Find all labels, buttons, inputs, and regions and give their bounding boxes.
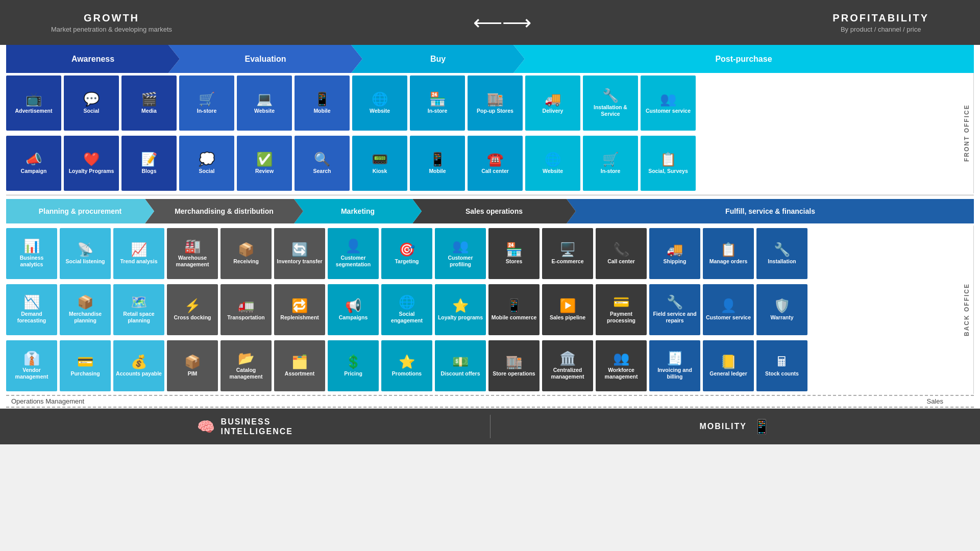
tile-warehouse-mgmt[interactable]: 🏭 Warehouse management bbox=[167, 228, 218, 279]
tile-targeting[interactable]: 🎯 Targeting bbox=[381, 228, 432, 279]
tile-retail-space-planning[interactable]: 🗺️ Retail space planning bbox=[113, 284, 164, 335]
installation-back-label: Installation bbox=[768, 258, 796, 265]
tile-store-operations[interactable]: 🏬 Store operations bbox=[488, 340, 540, 391]
tile-campaigns[interactable]: 📢 Campaigns bbox=[328, 284, 379, 335]
tile-shipping[interactable]: 🚚 Shipping bbox=[649, 228, 700, 279]
tile-social-engagement[interactable]: 🌐 Social engagement bbox=[381, 284, 432, 335]
loyalty-programs-icon: ❤️ bbox=[83, 153, 100, 166]
tile-merchandise-planning[interactable]: 📦 Merchandise planning bbox=[60, 284, 111, 335]
discount-offers-label: Discount offers bbox=[440, 370, 480, 377]
inventory-transfer-icon: 🔄 bbox=[291, 243, 308, 256]
tile-social-awareness[interactable]: 💬 Social bbox=[64, 76, 119, 131]
tile-popup-stores[interactable]: 🏬 Pop-up Stores bbox=[468, 76, 523, 131]
tile-warranty[interactable]: 🛡️ Warranty bbox=[756, 284, 807, 335]
tile-pricing[interactable]: 💲 Pricing bbox=[328, 340, 379, 391]
tile-discount-offers[interactable]: 💵 Discount offers bbox=[435, 340, 486, 391]
campaigns-icon: 📢 bbox=[345, 299, 361, 312]
tile-ecommerce[interactable]: 🖥️ E-commerce bbox=[542, 228, 593, 279]
popup-stores-icon: 🏬 bbox=[487, 92, 503, 106]
tile-website-eval[interactable]: 💻 Website bbox=[237, 76, 292, 131]
tile-mobile-eval[interactable]: 📱 Mobile bbox=[295, 76, 350, 131]
vendor-mgmt-icon: 👔 bbox=[23, 352, 40, 365]
tile-customer-service-back[interactable]: 👤 Customer service bbox=[703, 284, 754, 335]
customer-service-front-label: Customer service bbox=[646, 108, 691, 114]
tile-instore-post[interactable]: 🛒 In-store bbox=[583, 136, 638, 191]
tile-social-listening[interactable]: 📡 Social listening bbox=[60, 228, 111, 279]
tile-blogs[interactable]: 📝 Blogs bbox=[121, 136, 177, 191]
search-icon: 🔍 bbox=[314, 153, 330, 166]
tile-instore-buy[interactable]: 🏪 In-store bbox=[410, 76, 465, 131]
tile-transportation[interactable]: 🚛 Transportation bbox=[220, 284, 272, 335]
tile-review[interactable]: ✅ Review bbox=[237, 136, 292, 191]
back-tiles-main: 📊 Business analytics 📡 Social listening … bbox=[6, 226, 958, 394]
back-office-area: 📊 Business analytics 📡 Social listening … bbox=[6, 226, 974, 394]
tile-social-surveys[interactable]: 📋 Social, Surveys bbox=[641, 136, 696, 191]
tile-catalog-mgmt[interactable]: 📂 Catalog management bbox=[220, 340, 272, 391]
tile-mobile-buy[interactable]: 📱 Mobile bbox=[410, 136, 465, 191]
trend-analysis-icon: 📈 bbox=[131, 243, 147, 256]
tile-kiosk[interactable]: 📟 Kiosk bbox=[352, 136, 407, 191]
tile-assortment[interactable]: 🗂️ Assortment bbox=[274, 340, 325, 391]
back-phase-merch-label: Merchandising & distribution bbox=[175, 207, 274, 215]
tile-cross-docking[interactable]: ⚡ Cross docking bbox=[167, 284, 218, 335]
warranty-label: Warranty bbox=[770, 314, 793, 321]
tile-field-service-repairs[interactable]: 🔧 Field service and repairs bbox=[649, 284, 700, 335]
tile-vendor-mgmt[interactable]: 👔 Vendor management bbox=[6, 340, 57, 391]
kiosk-icon: 📟 bbox=[372, 153, 388, 166]
tile-mobile-commerce[interactable]: 📱 Mobile commerce bbox=[488, 284, 540, 335]
tile-general-ledger[interactable]: 📒 General ledger bbox=[703, 340, 754, 391]
tile-loyalty-programs-back[interactable]: ⭐ Loyalty programs bbox=[435, 284, 486, 335]
tile-sales-pipeline[interactable]: ▶️ Sales pipeline bbox=[542, 284, 593, 335]
tile-instore-eval[interactable]: 🛒 In-store bbox=[179, 76, 234, 131]
social-listening-icon: 📡 bbox=[77, 243, 93, 256]
tile-website-buy[interactable]: 🌐 Website bbox=[352, 76, 407, 131]
back-row-3: 👔 Vendor management 💳 Purchasing 💰 Accou… bbox=[6, 338, 958, 394]
tile-centralized-mgmt[interactable]: 🏛️ Centralized management bbox=[542, 340, 593, 391]
website-buy-label: Website bbox=[370, 108, 390, 114]
tile-customer-segmentation[interactable]: 👤 Customer segmentation bbox=[328, 228, 379, 279]
demand-forecasting-label: Demand forecasting bbox=[9, 311, 55, 323]
centralized-mgmt-icon: 🏛️ bbox=[559, 352, 576, 365]
tile-purchasing[interactable]: 💳 Purchasing bbox=[60, 340, 111, 391]
merchandise-planning-label: Merchandise planning bbox=[62, 311, 108, 323]
customer-profiling-icon: 👥 bbox=[452, 239, 469, 253]
header-profit-sub: By product / channel / price bbox=[832, 26, 929, 33]
tile-inventory-transfer[interactable]: 🔄 Inventory transfer bbox=[274, 228, 325, 279]
front-phase-row: Awareness Evaluation Buy Post-purchase bbox=[6, 45, 974, 73]
phase-postpurchase-label: Post-purchase bbox=[715, 55, 772, 64]
tile-payment-processing[interactable]: 💳 Payment processing bbox=[596, 284, 647, 335]
promotions-icon: ⭐ bbox=[399, 355, 415, 368]
tile-demand-forecasting[interactable]: 📉 Demand forecasting bbox=[6, 284, 57, 335]
tile-replenishment[interactable]: 🔁 Replenishment bbox=[274, 284, 325, 335]
tile-stores[interactable]: 🏪 Stores bbox=[488, 228, 540, 279]
tile-media[interactable]: 🎬 Media bbox=[121, 76, 177, 131]
loyalty-programs-back-label: Loyalty programs bbox=[438, 314, 483, 321]
tile-manage-orders[interactable]: 📋 Manage orders bbox=[703, 228, 754, 279]
tile-installation-service[interactable]: 🔧 Installation & Service bbox=[583, 76, 638, 131]
tile-website-post[interactable]: 🌐 Website bbox=[525, 136, 580, 191]
back-row-2: 📉 Demand forecasting 📦 Merchandise plann… bbox=[6, 282, 958, 338]
tile-pim[interactable]: 📦 PIM bbox=[167, 340, 218, 391]
tile-loyalty-programs[interactable]: ❤️ Loyalty Programs bbox=[64, 136, 119, 191]
tile-accounts-payable[interactable]: 💰 Accounts payable bbox=[113, 340, 164, 391]
tile-advertisement[interactable]: 📺 Advertisement bbox=[6, 76, 61, 131]
tile-installation-back[interactable]: 🔧 Installation bbox=[756, 228, 807, 279]
tile-stock-counts[interactable]: 🖩 Stock counts bbox=[756, 340, 807, 391]
accounts-payable-icon: 💰 bbox=[131, 355, 147, 368]
tile-promotions[interactable]: ⭐ Promotions bbox=[381, 340, 432, 391]
tile-call-center-buy[interactable]: ☎️ Call center bbox=[468, 136, 523, 191]
tile-invoicing-billing[interactable]: 🧾 Invoicing and billing bbox=[649, 340, 700, 391]
tile-campaign[interactable]: 📣 Campaign bbox=[6, 136, 61, 191]
tile-search[interactable]: 🔍 Search bbox=[295, 136, 350, 191]
tile-workforce-mgmt[interactable]: 👥 Workforce management bbox=[596, 340, 647, 391]
tile-call-center-sales[interactable]: 📞 Call center bbox=[596, 228, 647, 279]
front-tiles-main: 📺 Advertisement 💬 Social 🎬 Media 🛒 bbox=[6, 73, 958, 193]
tile-customer-service-front[interactable]: 👥 Customer service bbox=[641, 76, 696, 131]
tile-social-eval[interactable]: 💭 Social bbox=[179, 136, 234, 191]
tile-trend-analysis[interactable]: 📈 Trend analysis bbox=[113, 228, 164, 279]
tile-receiving[interactable]: 📦 Receiving bbox=[220, 228, 272, 279]
tile-business-analytics[interactable]: 📊 Business analytics bbox=[6, 228, 57, 279]
general-ledger-icon: 📒 bbox=[720, 355, 737, 368]
tile-customer-profiling[interactable]: 👥 Customer profiling bbox=[435, 228, 486, 279]
tile-delivery[interactable]: 🚚 Delivery bbox=[525, 76, 580, 131]
